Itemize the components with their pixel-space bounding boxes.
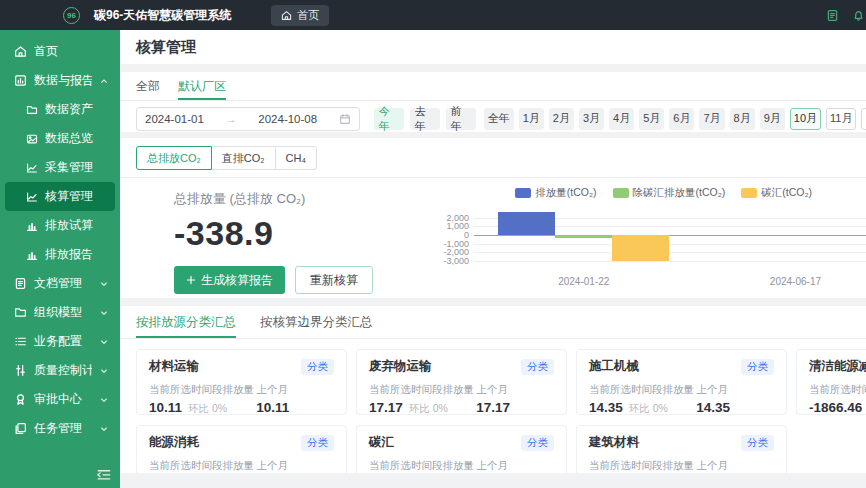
sidebar-item-data-assets[interactable]: 数据资产 (5, 95, 115, 124)
emission-chart: 排放量(tCO₂)除碳汇排放量(tCO₂)碳汇(tCO₂) 2,0001,000… (434, 178, 866, 298)
document-icon (14, 277, 27, 290)
month-button-10[interactable]: 10月 (790, 108, 821, 130)
scope-tabs: 全部默认厂区 (120, 72, 866, 101)
folder-icon (14, 306, 27, 319)
month-button-1[interactable]: 1月 (519, 108, 544, 130)
filter-panel: 全部默认厂区 2024-01-01 → 2024-10-08 今年去年前年 全年… (120, 72, 866, 132)
last-month-label: 上个月 (256, 383, 334, 397)
scope-tab-all[interactable]: 全部 (136, 72, 160, 100)
current-period-metric: 当前所选时间段排放量526.22环比 0% (589, 459, 696, 473)
sidebar-item-doc-mgmt[interactable]: 文档管理 (5, 269, 115, 298)
chevron-up-icon (99, 76, 109, 86)
y-axis-tick-label: -3,000 (443, 256, 469, 266)
legend-item-2[interactable]: 碳汇(tCO₂) (741, 186, 812, 200)
month-button-8[interactable]: 8月 (730, 108, 755, 130)
sidebar-item-task-mgmt[interactable]: 任务管理 (5, 414, 115, 443)
summary-card: 废弃物运输分类当前所选时间段排放量17.17环比 0%上个月17.17 (356, 349, 567, 415)
legend-swatch (515, 188, 531, 198)
month-button-2[interactable]: 2月 (549, 108, 574, 130)
summary-tab-by-boundary[interactable]: 按核算边界分类汇总 (260, 306, 373, 338)
month-button-3[interactable]: 3月 (579, 108, 604, 130)
summary-card-metrics: 当前所选时间段排放量14.35环比 0%上个月14.35 (589, 383, 774, 416)
emission-type-tabs: 总排放CO₂直排CO₂CH₄ (136, 146, 317, 170)
period-button-last-year[interactable]: 去年 (410, 108, 440, 130)
sidebar-item-home[interactable]: 首页 (5, 37, 115, 66)
current-period-metric: 当前所选时间段排放量17.17环比 0% (369, 383, 476, 416)
header-nav-home-tab[interactable]: 首页 (271, 5, 329, 26)
legend-item-0[interactable]: 排放量(tCO₂) (515, 186, 596, 200)
sidebar-item-label: 业务配置 (34, 333, 82, 350)
sidebar-item-quality-plan[interactable]: 质量控制计划 (5, 356, 115, 385)
summary-card-header: 清洁能源减排分类 (809, 358, 866, 375)
month-button-7[interactable]: 7月 (699, 108, 724, 130)
gridline (474, 252, 866, 253)
sidebar-item-accounting-mgmt[interactable]: 核算管理 (5, 182, 115, 211)
sidebar-item-label: 排放试算 (45, 217, 93, 234)
emission-tab-direct-co2[interactable]: 直排CO₂ (211, 146, 276, 170)
current-period-value: 14.35 (589, 400, 623, 415)
recalculate-button[interactable]: 重新核算 (295, 266, 373, 294)
sidebar-item-emission-report[interactable]: 排放报告 (5, 240, 115, 269)
month-button-11[interactable]: 11月 (826, 108, 856, 130)
sidebar-item-business-config[interactable]: 业务配置 (5, 327, 115, 356)
generate-report-button[interactable]: 生成核算报告 (174, 266, 285, 294)
month-button-5[interactable]: 5月 (639, 108, 664, 130)
date-range-input[interactable]: 2024-01-01 → 2024-10-08 (136, 107, 360, 131)
category-badge: 分类 (741, 359, 774, 375)
summary-card-title: 建筑材料 (589, 434, 639, 451)
summary-panel: 按排放源分类汇总按核算边界分类汇总 材料运输分类当前所选时间段排放量10.11环… (120, 306, 866, 473)
sidebar-collapse-button[interactable] (96, 468, 112, 482)
current-period-label: 当前所选时间段排放量 (149, 459, 256, 473)
summary-tab-by-source[interactable]: 按排放源分类汇总 (136, 306, 236, 338)
calendar-icon (339, 113, 351, 125)
summary-card-header: 废弃物运输分类 (369, 358, 554, 375)
month-button-12[interactable]: 12月 (861, 108, 866, 130)
sidebar: 首页数据与报告数据资产数据总览采集管理核算管理排放试算排放报告文档管理组织模型业… (0, 30, 120, 488)
emission-tab-total-co2[interactable]: 总排放CO₂ (136, 146, 212, 170)
sidebar-item-emission-trial[interactable]: 排放试算 (5, 211, 115, 240)
list-icon (14, 335, 27, 348)
period-button-two-years-ago[interactable]: 前年 (446, 108, 476, 130)
sidebar-item-label: 数据资产 (45, 101, 93, 118)
month-button-4[interactable]: 4月 (609, 108, 634, 130)
gridline (474, 244, 866, 245)
legend-swatch (741, 188, 757, 198)
category-badge: 分类 (521, 359, 554, 375)
summary-card-metrics: 当前所选时间段排放量-1144.61环比 0%上个月-1144.61 (369, 459, 554, 473)
scope-tab-default-plant[interactable]: 默认厂区 (178, 72, 226, 100)
header-nav-home-label: 首页 (297, 8, 319, 23)
sidebar-item-label: 数据与报告 (34, 72, 92, 89)
document-icon[interactable] (826, 9, 839, 22)
x-axis-tick-label: 2024-01-22 (544, 276, 624, 287)
sidebar-item-data-and-reports[interactable]: 数据与报告 (5, 66, 115, 95)
mom-prefix: 环比 (629, 402, 650, 414)
summary-card-header: 建筑材料分类 (589, 434, 774, 451)
summary-card: 施工机械分类当前所选时间段排放量14.35环比 0%上个月14.35 (576, 349, 787, 415)
month-button-9[interactable]: 9月 (760, 108, 785, 130)
y-axis: 2,0001,0000-1,000-2,000-3,000 (434, 210, 474, 266)
bell-icon[interactable] (852, 9, 865, 22)
legend-swatch (613, 188, 629, 198)
current-period-label: 当前所选时间段排放量 (369, 459, 476, 473)
legend-item-1[interactable]: 除碳汇排放量(tCO₂) (613, 186, 726, 200)
legend-label: 除碳汇排放量(tCO₂) (633, 186, 726, 200)
current-period-metric: 当前所选时间段排放量-1866.46环比 0% (809, 383, 866, 416)
barChart-icon (26, 220, 38, 232)
sidebar-item-label: 组织模型 (34, 304, 82, 321)
mom-change: 环比 0% (409, 402, 448, 416)
sidebar-item-approval-center[interactable]: 审批中心 (5, 385, 115, 414)
sidebar-item-org-model[interactable]: 组织模型 (5, 298, 115, 327)
month-button-6[interactable]: 6月 (669, 108, 694, 130)
zero-axis-line (474, 235, 866, 236)
summary-tabs: 按排放源分类汇总按核算边界分类汇总 (120, 306, 866, 339)
sidebar-item-data-overview[interactable]: 数据总览 (5, 124, 115, 153)
emission-tab-ch4[interactable]: CH₄ (275, 146, 317, 170)
mom-prefix: 环比 (188, 402, 209, 414)
current-period-metric: 当前所选时间段排放量2104.32环比 0% (149, 459, 256, 473)
sidebar-item-collection-mgmt[interactable]: 采集管理 (5, 153, 115, 182)
period-button-this-year[interactable]: 今年 (374, 108, 404, 130)
summary-card-header: 碳汇分类 (369, 434, 554, 451)
gridline (474, 261, 866, 262)
month-button-all[interactable]: 全年 (484, 108, 514, 130)
chart-area: 2,0001,0000-1,000-2,000-3,000 2024-01-22… (434, 210, 866, 298)
